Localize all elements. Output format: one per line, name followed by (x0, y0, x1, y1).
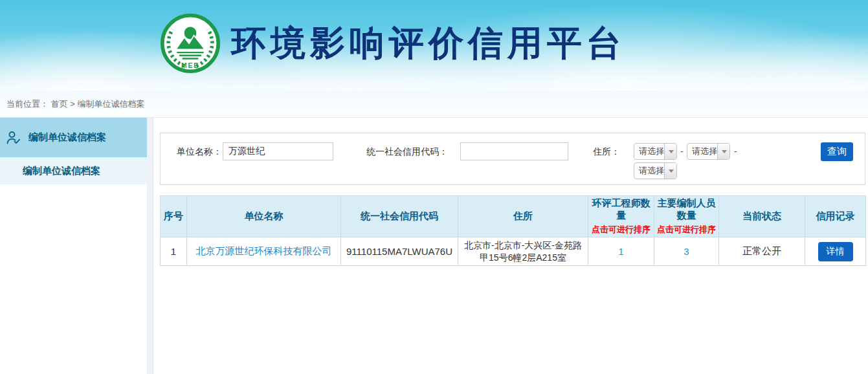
logo-text: MEE (181, 62, 199, 69)
breadcrumb: 当前位置： 首页 > 编制单位诚信档案 (0, 91, 868, 118)
chevron-down-icon (669, 150, 674, 153)
mee-logo-icon: MEE (160, 13, 221, 74)
address-dash-1: - (680, 142, 684, 160)
sidebar-subitem-credit-archive[interactable]: 编制单位诚信档案 (0, 157, 147, 184)
breadcrumb-current: 编制单位诚信档案 (77, 99, 144, 109)
credit-code-input[interactable] (460, 142, 568, 160)
credit-code-label: 统一社会信用代码： (366, 142, 448, 160)
site-banner: MEE 环境影响评价信用平台 (0, 0, 868, 91)
chevron-down-icon (669, 170, 674, 173)
breadcrumb-home-link[interactable]: 首页 (51, 99, 68, 109)
col-engineer-count-label: 环评工程师数量 (592, 197, 651, 221)
province-select-button[interactable] (664, 144, 677, 159)
detail-button[interactable]: 详情 (818, 242, 853, 261)
district-select[interactable]: 请选择 (634, 162, 677, 179)
engineer-sort-hint[interactable]: 点击可进行排序 (590, 224, 652, 236)
city-select-button[interactable] (717, 144, 730, 159)
breadcrumb-separator: > (70, 99, 75, 109)
sidebar-subitem-label: 编制单位诚信档案 (23, 165, 100, 177)
province-select[interactable]: 请选择 (634, 143, 677, 160)
col-unit-name: 单位名称 (187, 196, 341, 237)
results-table: 序号 单位名称 统一社会信用代码 住所 环评工程师数量 点击可进行排序 主要编制… (160, 195, 866, 266)
address-dash-2: - (734, 142, 737, 160)
city-select[interactable]: 请选择 (687, 143, 730, 160)
engineer-count-link[interactable]: 1 (618, 246, 623, 257)
user-check-icon (6, 130, 21, 146)
sidebar-item-label: 编制单位诚信档案 (28, 131, 106, 144)
col-index: 序号 (161, 196, 187, 237)
unit-name-label: 单位名称： (177, 142, 222, 160)
col-staff-count[interactable]: 主要编制人员数量 点击可进行排序 (654, 196, 719, 237)
sidebar-divider (147, 118, 153, 374)
col-credit-code: 统一社会信用代码 (341, 196, 458, 237)
cell-status: 正常公开 (719, 237, 805, 266)
district-select-value: 请选择 (634, 163, 664, 179)
col-credit-record: 信用记录 (805, 196, 866, 237)
staff-sort-hint[interactable]: 点击可进行排序 (656, 224, 717, 236)
query-button[interactable]: 查询 (821, 142, 853, 161)
main-content: 单位名称： 统一社会信用代码： 住所： 请选择 - 请选择 - 请选择 查询 (153, 118, 868, 374)
unit-name-input[interactable] (223, 142, 333, 160)
breadcrumb-prefix: 当前位置： (6, 99, 49, 109)
unit-name-link[interactable]: 北京万源世纪环保科技有限公司 (196, 245, 332, 256)
address-label: 住所： (593, 142, 620, 160)
chevron-down-icon (722, 150, 727, 153)
search-panel: 单位名称： 统一社会信用代码： 住所： 请选择 - 请选择 - 请选择 查询 (160, 133, 865, 185)
col-staff-count-label: 主要编制人员数量 (658, 197, 716, 221)
page-body: 编制单位诚信档案 编制单位诚信档案 单位名称： 统一社会信用代码： 住所： 请选… (0, 118, 868, 374)
sidebar-item-credit-archive[interactable]: 编制单位诚信档案 (0, 118, 147, 157)
cell-credit-code: 91110115MA7LWUA76U (341, 237, 458, 266)
cell-address: 北京市-北京市-大兴区-金苑路甲15号6幢2层A215室 (461, 239, 585, 264)
col-address: 住所 (458, 196, 588, 237)
banner-content: MEE 环境影响评价信用平台 (160, 13, 626, 74)
col-engineer-count[interactable]: 环评工程师数量 点击可进行排序 (588, 196, 654, 237)
city-select-value: 请选择 (687, 144, 717, 159)
province-select-value: 请选择 (634, 144, 664, 159)
page-title: 环境影响评价信用平台 (231, 20, 626, 67)
cell-index: 1 (161, 237, 187, 266)
table-row: 1 北京万源世纪环保科技有限公司 91110115MA7LWUA76U 北京市-… (161, 237, 866, 266)
table-header-row: 序号 单位名称 统一社会信用代码 住所 环评工程师数量 点击可进行排序 主要编制… (161, 196, 866, 237)
col-status: 当前状态 (719, 196, 805, 237)
district-select-button[interactable] (664, 163, 677, 179)
staff-count-link[interactable]: 3 (684, 246, 689, 257)
sidebar: 编制单位诚信档案 编制单位诚信档案 (0, 118, 147, 374)
